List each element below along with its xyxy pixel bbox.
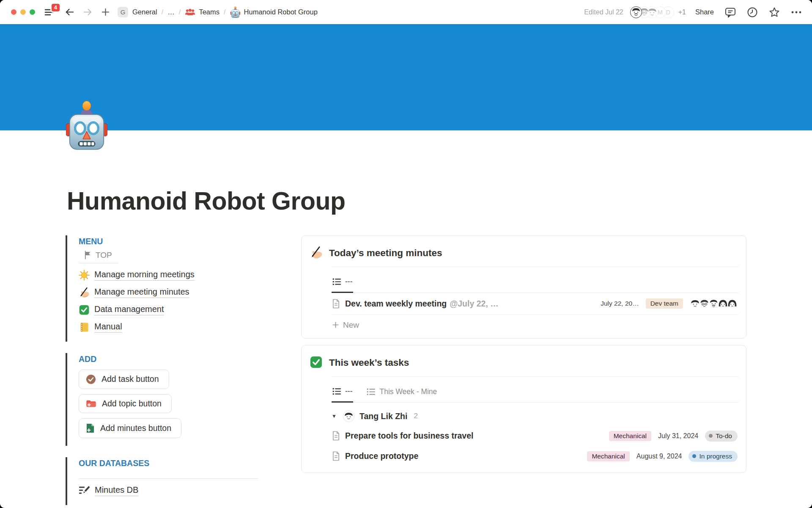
app-window: 4 G General / … / [0, 0, 812, 508]
add-task-button[interactable]: Add task button [79, 370, 169, 389]
window-toolbar: 4 G General / … / [0, 0, 812, 24]
page-icon [332, 451, 340, 461]
new-item-button[interactable]: New [332, 315, 738, 332]
breadcrumb-separator: / [162, 8, 164, 16]
assignee-name[interactable]: Tang Lik Zhi [359, 411, 407, 421]
menu-heading: MENU [79, 236, 258, 250]
forward-button[interactable] [83, 8, 93, 17]
breadcrumb-separator: / [179, 8, 181, 16]
category-tag: Mechanical [609, 431, 651, 441]
page-cover[interactable] [0, 24, 812, 130]
close-window-button[interactable] [11, 9, 16, 15]
avatar-overflow-count[interactable]: +1 [678, 8, 686, 16]
breadcrumb-item-general[interactable]: General [132, 8, 157, 16]
list-view-icon [332, 278, 341, 286]
avatar [727, 298, 738, 309]
zoom-window-button[interactable] [30, 9, 35, 15]
add-section: ADD Add task button [66, 353, 258, 446]
minutes-doc-icon [86, 423, 95, 433]
ledger-icon [79, 322, 90, 333]
forward-arrow-icon [83, 8, 93, 17]
page-icon [332, 431, 340, 441]
add-topic-button[interactable]: Add topic button [79, 394, 172, 413]
view-tabs: --- This Week - Mine [332, 377, 738, 403]
add-minutes-button[interactable]: Add minutes button [79, 418, 181, 438]
traffic-lights [11, 9, 35, 15]
databases-heading: OUR DATABASES [79, 458, 258, 472]
last-edited-label[interactable]: Edited Jul 22 [584, 8, 623, 16]
sun-icon [79, 270, 90, 281]
card-title: Today’s meeting minutes [329, 246, 442, 260]
list-view-icon [332, 387, 341, 395]
view-tab[interactable]: --- [332, 385, 353, 403]
meeting-minutes-card: Today’s meeting minutes --- Dev. [301, 235, 746, 339]
link-minutes-db[interactable]: Minutes DB [79, 485, 258, 496]
category-tag: Mechanical [587, 451, 629, 461]
collapse-toggle[interactable]: ▼ [332, 413, 338, 419]
workspace-chip[interactable]: G [118, 7, 128, 17]
right-column: Today’s meeting minutes --- Dev. [301, 235, 746, 473]
task-title: Prepare tools for business travel [345, 431, 473, 441]
updates-button[interactable] [747, 7, 758, 18]
ellipsis-icon [791, 11, 802, 14]
link-top[interactable]: TOP [79, 250, 119, 263]
left-column: MENU TOP [66, 235, 258, 505]
back-button[interactable] [65, 8, 74, 17]
view-tab[interactable]: This Week - Mine [366, 385, 438, 402]
view-tabs: --- [332, 267, 738, 293]
assignee-group-row: ▼ Tang Lik Zhi 2 [332, 403, 738, 426]
breadcrumb-item-page[interactable]: Humanoid Robot Group [230, 6, 318, 18]
page-icon [332, 299, 340, 309]
favorite-button[interactable] [769, 7, 780, 18]
avatar [630, 6, 642, 18]
people-icon [185, 8, 195, 16]
avatar [343, 411, 354, 422]
link-manage-meeting-minutes[interactable]: Manage meeting minutes [79, 287, 258, 298]
check-box-icon [79, 304, 90, 315]
breadcrumb-item-teams[interactable]: Teams [185, 8, 219, 16]
sidebar-toggle-button[interactable]: 4 [44, 8, 55, 17]
list-view-icon [367, 388, 376, 396]
menu-section: MENU TOP [66, 235, 258, 342]
comments-button[interactable] [725, 7, 736, 18]
meeting-date: July 22, 20… [601, 300, 639, 307]
robot-icon [230, 6, 241, 18]
new-tab-button[interactable] [101, 8, 110, 17]
meeting-row[interactable]: Dev. team weekly meeting @July 22, … Jul… [332, 293, 738, 315]
breadcrumb-ellipsis[interactable]: … [167, 8, 175, 16]
star-icon [769, 7, 780, 18]
due-date: August 9, 2024 [636, 453, 682, 460]
view-tab[interactable]: --- [332, 276, 353, 293]
minimize-window-button[interactable] [20, 9, 26, 15]
notification-badge: 4 [50, 3, 61, 13]
team-tag: Dev team [646, 298, 683, 309]
share-button[interactable]: Share [695, 8, 714, 16]
topic-folder-icon [86, 399, 96, 409]
task-count: 2 [414, 412, 417, 420]
comment-icon [725, 7, 736, 18]
link-manage-morning-meetings[interactable]: Manage morning meetings [79, 270, 258, 281]
clock-icon [747, 7, 758, 18]
task-row[interactable]: Prepare tools for business travel Mechan… [332, 426, 738, 446]
status-dot [709, 434, 713, 438]
divider [79, 478, 258, 479]
link-manual[interactable]: Manual [79, 322, 258, 333]
plus-icon [101, 8, 110, 17]
link-data-management[interactable]: Data management [79, 304, 258, 315]
add-heading: ADD [79, 353, 258, 367]
card-title: This week’s tasks [329, 356, 409, 370]
attendee-avatars [690, 298, 738, 309]
flag-icon [84, 251, 92, 260]
collaborator-avatars[interactable]: M D [630, 6, 674, 18]
task-check-icon [86, 374, 96, 384]
breadcrumb-separator: / [224, 8, 226, 16]
task-row[interactable]: Produce prototype Mechanical August 9, 2… [332, 446, 738, 467]
date-mention: @July 22, … [450, 299, 498, 309]
task-title: Produce prototype [345, 451, 418, 461]
status-badge: In progress [689, 451, 738, 462]
page-title[interactable]: Humanoid Robot Group [67, 187, 746, 216]
page-robot-icon[interactable] [66, 100, 107, 152]
weekly-tasks-card: This week’s tasks --- This Week - Mine [301, 345, 746, 473]
back-arrow-icon [65, 8, 74, 17]
more-options-button[interactable] [791, 11, 802, 14]
